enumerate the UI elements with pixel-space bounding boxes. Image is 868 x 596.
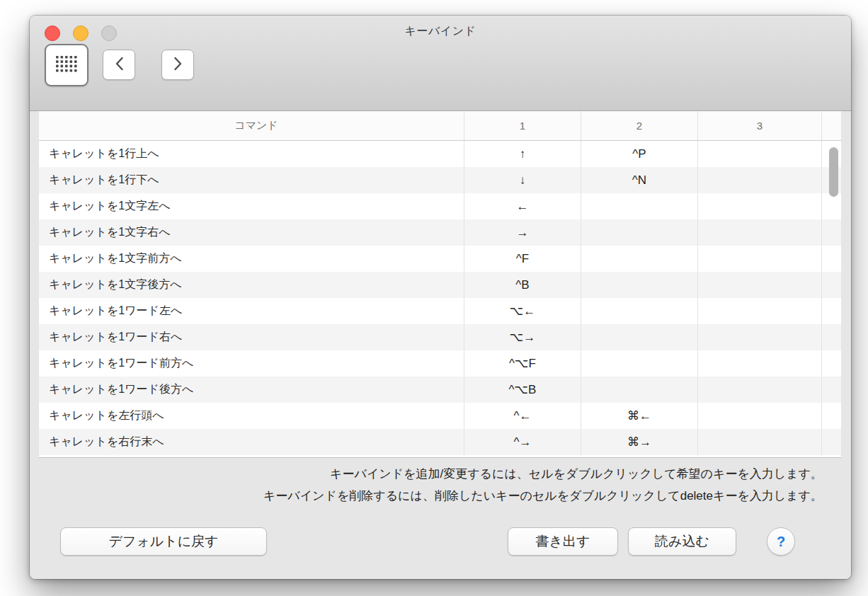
command-cell[interactable]: キャレットを1行上へ [39,141,464,167]
command-cell[interactable]: キャレットを右行末へ [39,429,464,455]
forward-button[interactable] [161,50,194,80]
help-text-line2: キーバインドを削除するには、削除したいキーのセルをダブルクリックしてdelete… [30,485,823,507]
table-row: キャレットを右行末へ^→⌘→ [39,429,841,455]
keyboard-grid-icon [56,56,77,74]
command-cell[interactable]: キャレットを1文字前方へ [39,246,464,272]
help-text: キーバインドを追加/変更するには、セルをダブルクリックして希望のキーを入力します… [30,458,851,507]
key-cell[interactable] [821,298,841,324]
key-cell[interactable]: ^⌥B [464,377,581,403]
key-cell[interactable]: → [464,219,581,246]
command-cell[interactable]: キャレットを1行下へ [39,167,464,193]
key-cell[interactable]: ⌥← [464,298,581,324]
help-text-line1: キーバインドを追加/変更するには、セルをダブルクリックして希望のキーを入力します… [30,463,823,485]
command-cell[interactable]: キャレットを1ワード後方へ [39,377,464,403]
key-cell[interactable]: ↓ [464,167,581,193]
key-cell[interactable] [821,429,841,455]
table-row: キャレットを1文字後方へ^B [39,272,841,298]
keybind-table: コマンド 1 2 3 キャレットを1行上へ↑^Pキャレットを1行下へ↓^Nキャレ… [39,111,841,458]
table-body: キャレットを1行上へ↑^Pキャレットを1行下へ↓^Nキャレットを1文字左へ←キャ… [39,141,841,457]
toolbar [30,44,851,111]
command-cell[interactable]: キャレットを1ワード前方へ [39,350,464,377]
key-cell[interactable] [821,324,841,350]
table-header: コマンド 1 2 3 [39,111,841,141]
column-header-2[interactable]: 2 [581,111,697,140]
titlebar[interactable]: キーバインド [30,16,851,44]
table-row: キャレットを1ワード後方へ^⌥B [39,377,841,403]
key-cell[interactable] [581,298,697,324]
key-cell[interactable]: ⌘← [581,403,697,429]
table-row: キャレットを1文字前方へ^F [39,246,841,272]
key-cell[interactable] [581,193,697,219]
key-cell[interactable] [821,272,841,298]
button-row: デフォルトに戻す 書き出す 読み込む ? [30,527,851,556]
help-button[interactable]: ? [767,527,795,556]
command-cell[interactable]: キャレットを1文字左へ [39,193,464,219]
key-cell[interactable] [697,350,821,377]
chevron-left-icon [115,57,124,73]
key-cell[interactable] [581,219,697,246]
desktop: キーバインド [0,0,868,596]
restore-defaults-button[interactable]: デフォルトに戻す [60,527,267,556]
export-button[interactable]: 書き出す [508,527,618,556]
key-cell[interactable]: ^⌥F [464,350,581,377]
key-cell[interactable] [581,350,697,377]
import-button[interactable]: 読み込む [628,527,736,556]
back-button[interactable] [103,50,135,80]
key-cell[interactable] [821,219,841,246]
key-cell[interactable] [697,272,821,298]
key-cell[interactable]: ^F [464,246,581,272]
key-cell[interactable] [581,324,697,350]
column-header-command[interactable]: コマンド [39,111,464,140]
key-cell[interactable] [821,403,841,429]
window-chrome: キーバインド [30,16,851,111]
key-cell[interactable]: ⌥→ [464,324,581,350]
key-cell[interactable] [821,377,841,403]
key-cell[interactable] [697,377,821,403]
key-cell[interactable] [697,324,821,350]
vertical-scrollbar[interactable] [829,147,838,197]
key-cell[interactable] [697,193,821,219]
table-row: キャレットを1ワード右へ⌥→ [39,324,841,350]
key-cell[interactable] [697,167,821,193]
table-row: キャレットを1文字右へ→ [39,219,841,246]
key-cell[interactable] [821,193,841,219]
footer-panel: キーバインドを追加/変更するには、セルをダブルクリックして希望のキーを入力します… [30,458,851,579]
key-cell[interactable]: ^→ [464,429,581,455]
show-all-keys-button[interactable] [45,44,88,86]
key-cell[interactable] [697,141,821,167]
command-cell[interactable]: キャレットを1ワード左へ [39,298,464,324]
key-cell[interactable]: ← [464,193,581,219]
column-header-extra [821,111,841,140]
key-cell[interactable] [697,403,821,429]
key-cell[interactable]: ↑ [464,141,581,167]
command-cell[interactable]: キャレットを左行頭へ [39,403,464,429]
key-cell[interactable]: ⌘→ [581,429,697,455]
key-cell[interactable]: ^B [464,272,581,298]
key-cell[interactable]: ^← [464,403,581,429]
table-row: キャレットを左行頭へ^←⌘← [39,403,841,429]
key-cell[interactable]: ^P [581,141,697,167]
command-cell[interactable]: キャレットを1文字右へ [39,219,464,246]
table-row: キャレットを1行下へ↓^N [39,167,841,193]
chevron-right-icon [173,57,183,73]
table-row: キャレットを1文字左へ← [39,193,841,219]
window-title: キーバインド [30,16,851,44]
command-cell[interactable]: キャレットを1ワード右へ [39,324,464,350]
key-cell[interactable] [697,298,821,324]
table-row: キャレットを1ワード前方へ^⌥F [39,350,841,377]
key-cell[interactable] [581,246,697,272]
key-cell[interactable] [581,272,697,298]
table-row: キャレットを1行上へ↑^P [39,141,841,167]
command-cell[interactable]: キャレットを1文字後方へ [39,272,464,298]
key-cell[interactable] [697,219,821,246]
key-cell[interactable] [697,246,821,272]
key-cell[interactable] [821,350,841,377]
column-header-1[interactable]: 1 [464,111,581,140]
column-header-3[interactable]: 3 [697,111,821,140]
key-cell[interactable] [697,429,821,455]
key-cell[interactable] [581,377,697,403]
right-button-group: 書き出す 読み込む ? [508,527,795,556]
key-cell[interactable]: ^N [581,167,697,193]
key-cell[interactable] [821,246,841,272]
table-row: キャレットを1ワード左へ⌥← [39,298,841,324]
